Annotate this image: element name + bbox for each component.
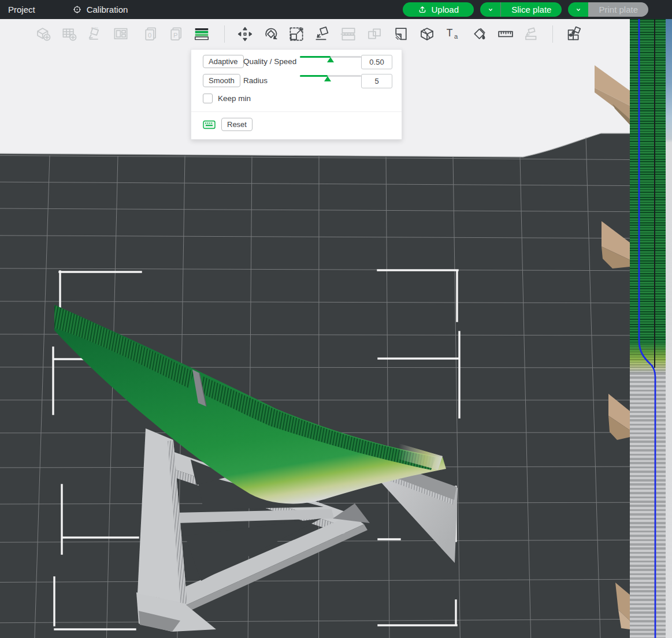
toolbar-icon-merge <box>365 24 384 44</box>
top-menu-bar: Project Calibration Upload <box>0 0 672 19</box>
toolbar-icon-text[interactable]: Ta <box>443 24 463 44</box>
radius-slider[interactable] <box>300 74 361 82</box>
radius-value-input[interactable] <box>361 74 392 88</box>
toolbar-icon-measure[interactable] <box>496 24 515 44</box>
toolbar-separator <box>552 25 553 43</box>
radius-label: Radius <box>243 76 268 85</box>
popup-variable-layer-height: Adaptive Quality / Speed Smooth Radius K… <box>191 49 402 140</box>
svg-text:P: P <box>173 32 178 39</box>
svg-text:0: 0 <box>148 32 151 39</box>
adaptive-button[interactable]: Adaptive <box>203 55 244 68</box>
toolbar-icon-scale[interactable] <box>287 24 306 44</box>
slice-split-button: Slice plate <box>480 2 562 17</box>
toolbar-icon-doc-p: P <box>166 24 186 44</box>
slider-fill <box>300 75 328 77</box>
menu-project[interactable]: Project <box>0 0 43 19</box>
slider-thumb[interactable] <box>327 57 334 62</box>
toolbar-icon-add-plate <box>60 24 79 44</box>
toolbar-icon-assembly[interactable] <box>564 24 584 44</box>
toolbar-icon-variable-layer-height[interactable] <box>192 24 211 44</box>
reset-button[interactable]: Reset <box>221 118 253 131</box>
toolbar-icon-support-paint <box>522 24 541 44</box>
print-options-chevron[interactable] <box>568 2 588 17</box>
popup-divider <box>191 111 402 112</box>
svg-text:T: T <box>447 27 453 39</box>
main-toolbar: AUTO0PTa <box>0 19 630 49</box>
keep-min-label: Keep min <box>218 94 251 103</box>
toolbar-icon-arrange <box>111 24 131 44</box>
quality-speed-label: Quality / Speed <box>243 57 296 66</box>
layer-height-profile-line[interactable] <box>639 19 655 638</box>
slider-thumb[interactable] <box>324 76 331 81</box>
slice-plate-button[interactable]: Slice plate <box>501 2 562 17</box>
print-split-button: Print plate <box>568 2 648 17</box>
keep-min-checkbox[interactable] <box>203 94 213 103</box>
smooth-button[interactable]: Smooth <box>203 74 240 87</box>
viewport-right-margin <box>666 19 672 638</box>
keyboard-shortcut-icon <box>203 120 216 129</box>
calibration-label: Calibration <box>87 5 128 14</box>
slider-fill <box>300 56 331 58</box>
print-plate-button[interactable]: Print plate <box>588 2 648 17</box>
toolbar-icon-rotate[interactable] <box>261 24 281 44</box>
menu-calibration[interactable]: Calibration <box>66 0 134 19</box>
quality-value-input[interactable] <box>361 55 392 69</box>
toolbar-icon-doc-zero: 0 <box>141 24 161 44</box>
toolbar-icon-add-object <box>34 24 53 44</box>
svg-text:a: a <box>454 33 458 40</box>
slice-options-chevron[interactable] <box>480 2 500 17</box>
toolbar-icon-move[interactable] <box>235 24 255 44</box>
calibration-target-icon <box>72 5 82 14</box>
upload-icon <box>418 5 427 14</box>
upload-label: Upload <box>431 5 459 14</box>
layer-height-profile-widget[interactable] <box>630 19 666 638</box>
toolbar-icon-paint[interactable] <box>470 24 489 44</box>
toolbar-icon-fill-section[interactable] <box>391 24 411 44</box>
upload-button[interactable]: Upload <box>403 2 474 17</box>
svg-text:AUTO: AUTO <box>91 27 98 29</box>
toolbar-icon-split <box>339 24 358 44</box>
toolbar-icon-cube-cut[interactable] <box>417 24 437 44</box>
quality-speed-slider[interactable] <box>300 55 361 63</box>
toolbar-icon-auto-orient: AUTO <box>85 24 105 44</box>
toolbar-separator <box>224 25 225 43</box>
toolbar-icon-lay-flat[interactable] <box>313 24 332 44</box>
